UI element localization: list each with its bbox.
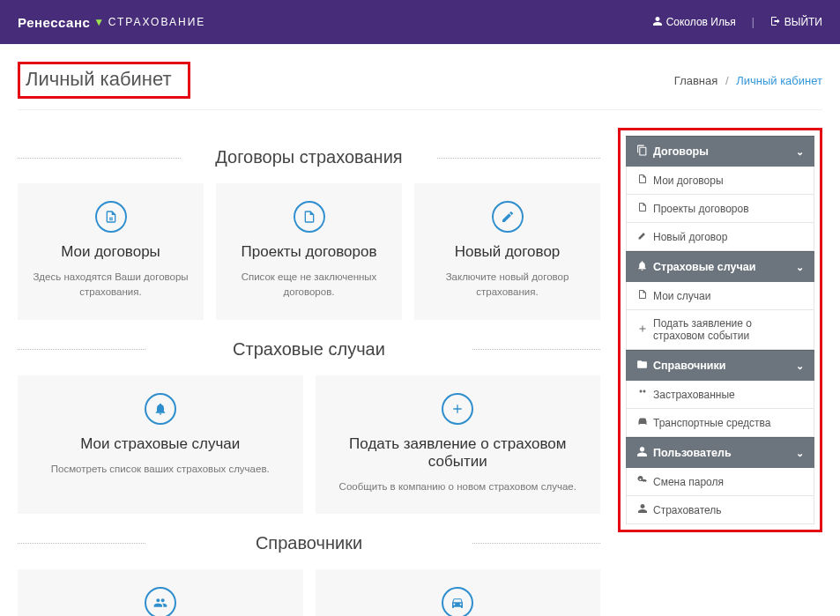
bell-icon (636, 260, 648, 274)
person-icon (637, 503, 648, 516)
logout-label: ВЫЙТИ (784, 16, 822, 28)
card-desc: Здесь находятся Ваши договоры страховани… (30, 270, 191, 301)
logout-link[interactable]: ВЫЙТИ (770, 16, 822, 29)
card-new-case[interactable]: Подать заявление о страховом событии Соо… (316, 375, 601, 514)
users-icon (145, 587, 176, 616)
card-title: Мои договоры (30, 243, 191, 261)
chevron-down-icon: ⌄ (796, 448, 804, 459)
card-draft-contracts[interactable]: Проекты договоров Список еще не заключен… (216, 183, 402, 320)
chevron-down-icon: ⌄ (796, 262, 804, 273)
sidebar-item-label: Мои случаи (653, 290, 710, 302)
plus-icon (442, 393, 473, 425)
sidebar-highlight: Договоры ⌄ Мои договоры Проекты договоро… (618, 128, 822, 532)
sidebar-item-my-cases[interactable]: Мои случаи (626, 282, 814, 310)
cards-cases: Мои страховые случаи Посмотреть список в… (18, 375, 600, 514)
users-icon (637, 388, 648, 401)
breadcrumb: Главная / Личный кабинет (674, 74, 822, 87)
page-title: Личный кабинет (26, 68, 172, 91)
sidebar-item-label: Транспортные средства (653, 417, 770, 429)
brand-triangle-icon: ▼ (93, 16, 104, 28)
card-title: Подать заявление о страховом событии (328, 435, 589, 471)
sidebar-item-label: Застрахованные (653, 389, 735, 401)
cards-refs: Застрахованные Данные застрахованных, во… (18, 569, 600, 616)
header: Ренессанс ▼ СТРАХОВАНИЕ Соколов Илья | В… (0, 0, 840, 44)
sidebar-item-new-case[interactable]: Подать заявление о страховом событии (626, 310, 814, 350)
card-title: Мои страховые случаи (30, 435, 291, 453)
logo[interactable]: Ренессанс ▼ СТРАХОВАНИЕ (18, 15, 205, 30)
sidebar-item-new-contract[interactable]: Новый договор (626, 223, 814, 251)
sidebar-item-label: Страхователь (653, 504, 722, 516)
card-desc: Сообщить в компанию о новом страховом сл… (328, 479, 589, 494)
car-icon (442, 587, 473, 616)
edit-icon (637, 230, 648, 243)
sidebar-group-cases[interactable]: Страховые случаи ⌄ (626, 251, 814, 282)
sidebar-group-label: Страховые случаи (653, 261, 755, 273)
sidebar-group-label: Пользователь (653, 447, 732, 459)
sidebar-group-label: Справочники (653, 360, 725, 372)
sidebar-item-draft-contracts[interactable]: Проекты договоров (626, 195, 814, 223)
sidebar-item-my-contracts[interactable]: Мои договоры (626, 167, 814, 195)
file-outline-icon (294, 201, 325, 233)
card-my-cases[interactable]: Мои страховые случаи Посмотреть список в… (18, 375, 303, 514)
divider: | (752, 16, 755, 28)
user-name: Соколов Илья (666, 16, 736, 28)
logout-icon (770, 16, 781, 29)
sidebar-item-label: Смена пароля (653, 476, 724, 488)
card-title: Проекты договоров (228, 243, 390, 261)
sidebar-item-vehicles[interactable]: Транспортные средства (626, 409, 814, 437)
sidebar-group-refs[interactable]: Справочники ⌄ (626, 350, 814, 381)
bell-icon (145, 393, 176, 425)
sidebar-item-label: Мои договоры (653, 174, 724, 187)
key-icon (637, 475, 648, 488)
card-title: Новый договор (427, 243, 588, 261)
chevron-down-icon: ⌄ (796, 360, 804, 372)
brand-name: Ренессанс (18, 15, 90, 30)
sidebar-item-label: Новый договор (653, 231, 727, 243)
section-title-refs: Справочники (18, 533, 600, 553)
sidebar-item-change-password[interactable]: Смена пароля (626, 468, 814, 496)
page-header: Личный кабинет Главная / Личный кабинет (18, 62, 822, 110)
page-title-highlight: Личный кабинет (18, 62, 190, 99)
card-insured[interactable]: Застрахованные Данные застрахованных, во… (18, 569, 303, 616)
plus-icon (637, 323, 648, 337)
file-icon (637, 174, 648, 187)
section-title-contracts: Договоры страхования (18, 147, 600, 167)
header-user-area: Соколов Илья | ВЫЙТИ (652, 16, 822, 29)
brand-sub: СТРАХОВАНИЕ (108, 16, 206, 28)
car-icon (637, 416, 648, 429)
section-title-cases: Страховые случаи (18, 339, 600, 360)
breadcrumb-current[interactable]: Личный кабинет (736, 74, 822, 87)
breadcrumb-sep: / (725, 74, 729, 87)
card-new-contract[interactable]: Новый договор Заключите новый договор ст… (414, 183, 600, 320)
card-desc: Посмотреть список ваших страховых случае… (30, 462, 291, 477)
sidebar-item-label: Подать заявление о страховом событии (653, 317, 803, 342)
user-link[interactable]: Соколов Илья (652, 16, 736, 29)
user-icon (636, 446, 648, 460)
copy-icon (636, 145, 648, 159)
main-content: Договоры страхования Мои договоры Здесь … (18, 128, 600, 616)
sidebar-group-contracts[interactable]: Договоры ⌄ (626, 136, 814, 167)
card-my-contracts[interactable]: Мои договоры Здесь находятся Ваши догово… (18, 183, 204, 320)
card-desc: Заключите новый договор страхования. (427, 270, 588, 301)
sidebar-group-user[interactable]: Пользователь ⌄ (626, 437, 814, 468)
file-icon (637, 289, 648, 302)
card-vehicles[interactable]: Транспортные средства Данные транспортны… (316, 569, 601, 616)
card-desc: Список еще не заключенных договоров. (228, 270, 390, 301)
file-icon (95, 201, 127, 233)
chevron-down-icon: ⌄ (796, 146, 804, 158)
sidebar: Договоры ⌄ Мои договоры Проекты договоро… (626, 136, 814, 524)
file-outline-icon (637, 202, 648, 215)
user-icon (652, 16, 663, 29)
edit-icon (492, 201, 524, 233)
sidebar-group-label: Договоры (653, 145, 709, 158)
breadcrumb-root[interactable]: Главная (674, 74, 717, 87)
sidebar-item-insurer[interactable]: Страхователь (626, 496, 814, 524)
sidebar-item-label: Проекты договоров (653, 203, 749, 215)
sidebar-item-insured[interactable]: Застрахованные (626, 381, 814, 409)
folder-icon (636, 359, 648, 373)
cards-contracts: Мои договоры Здесь находятся Ваши догово… (18, 183, 600, 320)
